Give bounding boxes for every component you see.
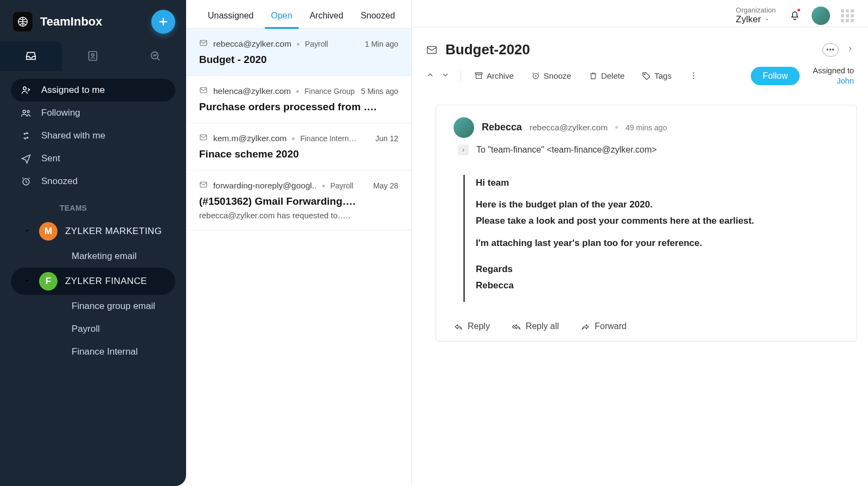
svg-point-22: [693, 78, 694, 79]
list-tabs: UnassignedOpenArchivedSnoozed: [186, 0, 411, 29]
message-item[interactable]: helenca@zylker.com Finance Group 5 Mins …: [186, 76, 411, 123]
prev-thread-icon[interactable]: [426, 71, 435, 81]
next-thread-icon[interactable]: [441, 71, 450, 81]
message-subject: Purchase orders processed from ….: [199, 101, 398, 113]
org-switcher[interactable]: Organization Zylker: [736, 6, 776, 26]
message-subject: Finace scheme 2020: [199, 148, 398, 160]
svg-rect-16: [427, 46, 437, 53]
svg-point-20: [693, 73, 694, 74]
svg-rect-13: [200, 87, 207, 92]
expand-recipients-icon[interactable]: ›: [458, 144, 469, 155]
reply-button[interactable]: Reply: [454, 321, 490, 331]
nav-assigned-to-me[interactable]: Assigned to me: [11, 79, 175, 102]
snooze-button[interactable]: Snooze: [529, 69, 573, 83]
message-from: helenca@zylker.com: [213, 86, 291, 96]
message-item[interactable]: forwarding-noreply@googl.. Payroll May 2…: [186, 171, 411, 230]
nav-sent[interactable]: Sent: [11, 147, 175, 170]
svg-point-5: [23, 110, 25, 113]
nav-label: Sent: [41, 153, 60, 164]
share-icon: [21, 130, 31, 141]
subject-row: Budget-2020 •••: [412, 27, 868, 62]
assigned-to[interactable]: Assigned to John: [813, 66, 854, 86]
inbox-view-icon[interactable]: [0, 41, 62, 71]
nav-label: Snoozed: [41, 176, 78, 187]
delete-button[interactable]: Delete: [586, 69, 627, 83]
message-time: May 28: [373, 181, 398, 190]
envelope-icon: [199, 39, 208, 49]
notification-badge: [796, 8, 801, 12]
chevron-down-icon: [764, 17, 770, 22]
mail-header: Rebecca rebecca@zylker.com 49 mins ago: [454, 117, 839, 138]
message-item[interactable]: kem.m@zylker.com Finance Intern… Jun 12 …: [186, 123, 411, 171]
notifications-icon[interactable]: [789, 9, 801, 22]
message-time: 5 Mins ago: [361, 87, 398, 96]
message-time: Jun 12: [375, 134, 398, 143]
reader-pane: Organization Zylker Budget-2020 •••: [412, 0, 868, 486]
nav-following[interactable]: Following: [11, 102, 175, 124]
mail-time: 49 mins ago: [626, 123, 667, 132]
reply-icon: [454, 321, 463, 331]
nav-snoozed[interactable]: Snoozed: [11, 170, 175, 193]
people-icon: [21, 108, 31, 118]
team-name: ZYLKER MARKETING: [65, 226, 162, 237]
apps-grid-icon[interactable]: [841, 9, 854, 22]
compose-button[interactable]: [151, 10, 175, 34]
message-tag: Payroll: [330, 181, 354, 190]
person-arrow-icon: [21, 85, 31, 96]
svg-point-19: [644, 74, 646, 75]
tab-unassigned[interactable]: Unassigned: [207, 5, 255, 28]
team-subitem[interactable]: Marketing email: [11, 245, 175, 268]
message-tag: Finance Intern…: [300, 134, 356, 143]
tag-icon: [642, 71, 651, 80]
sidebar: TeamInbox Assigned to me Following Share…: [0, 0, 186, 486]
forward-button[interactable]: Forward: [580, 321, 627, 331]
mail-card: Rebecca rebecca@zylker.com 49 mins ago ›…: [436, 105, 857, 342]
sidebar-nav: Assigned to me Following Shared with me …: [0, 71, 186, 371]
mail-to: To "team-finance" <team-finance@zylker.c…: [476, 145, 657, 155]
analytics-view-icon[interactable]: [124, 41, 186, 71]
forward-icon: [580, 321, 590, 331]
archive-button[interactable]: Archive: [472, 69, 516, 83]
thread-toolbar: Archive Snooze Delete Tags Follow Assign…: [412, 62, 868, 94]
team-subitem[interactable]: Finance Internal: [11, 340, 175, 363]
team-subitem[interactable]: Payroll: [11, 318, 175, 340]
follow-button[interactable]: Follow: [751, 67, 800, 85]
reply-all-button[interactable]: Reply all: [512, 321, 559, 331]
sidebar-icon-tabs: [0, 41, 186, 71]
message-from: rebecca@zylker.com: [213, 39, 291, 49]
contacts-view-icon[interactable]: [62, 41, 124, 71]
envelope-icon: [199, 86, 208, 97]
envelope-icon: [426, 44, 438, 56]
thread-subject: Budget-2020: [445, 41, 815, 58]
org-name: Zylker: [736, 14, 761, 25]
message-tag: Finance Group: [304, 87, 355, 96]
team-row[interactable]: M ZYLKER MARKETING: [11, 218, 175, 245]
tab-open[interactable]: Open: [270, 5, 293, 28]
svg-rect-14: [200, 135, 207, 140]
expand-icon[interactable]: [846, 45, 854, 54]
message-subject: Budget - 2020: [199, 54, 398, 66]
team-avatar: M: [39, 222, 58, 241]
message-from: kem.m@zylker.com: [213, 134, 286, 143]
envelope-icon: [199, 133, 208, 144]
chat-icon[interactable]: •••: [822, 43, 839, 56]
svg-point-21: [693, 75, 694, 77]
toolbar-more-icon[interactable]: [687, 69, 700, 83]
team-row[interactable]: F ZYLKER FINANCE: [11, 268, 175, 295]
team-name: ZYLKER FINANCE: [65, 276, 147, 287]
svg-point-2: [92, 54, 94, 56]
app-title: TeamInbox: [40, 15, 144, 29]
user-avatar[interactable]: [812, 7, 830, 25]
tab-snoozed[interactable]: Snoozed: [360, 5, 396, 28]
org-label: Organization: [736, 6, 776, 15]
sender-name: Rebecca: [482, 122, 522, 133]
svg-rect-15: [200, 182, 207, 187]
message-time: 1 Min ago: [365, 40, 398, 48]
message-item[interactable]: rebecca@zylker.com Payroll 1 Min ago Bud…: [186, 29, 411, 76]
nav-shared-with-me[interactable]: Shared with me: [11, 124, 175, 147]
teams-heading: TEAMS: [11, 193, 175, 218]
tab-archived[interactable]: Archived: [309, 5, 344, 28]
team-subitem[interactable]: Finance group email: [11, 295, 175, 318]
tags-button[interactable]: Tags: [640, 69, 674, 83]
archive-icon: [474, 71, 483, 80]
